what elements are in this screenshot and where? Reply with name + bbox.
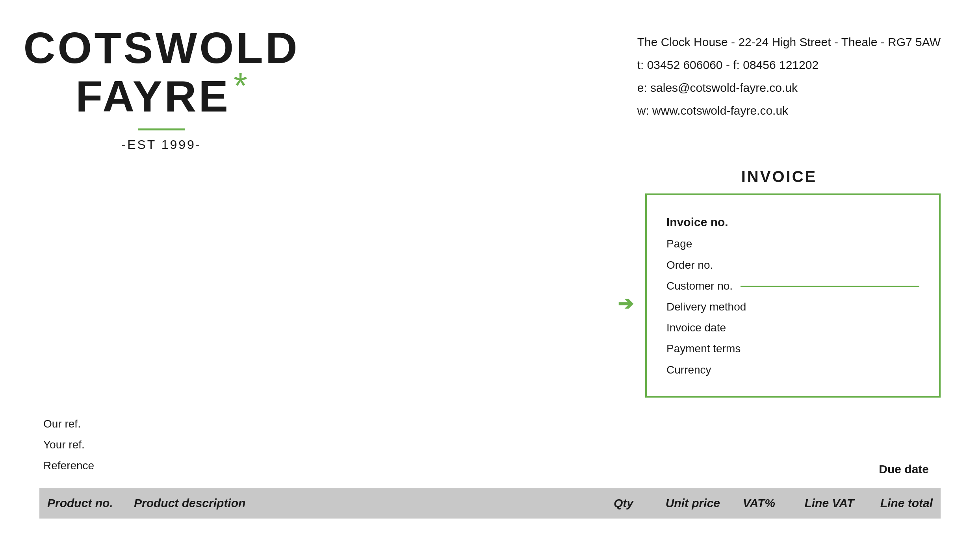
- col-product-no-header: Product no.: [47, 496, 134, 510]
- reference-section: Our ref. Your ref. Reference Due date: [39, 413, 941, 476]
- col-product-desc-header: Product description: [134, 496, 562, 510]
- delivery-method-label: Delivery method: [666, 296, 919, 317]
- col-line-total-header: Line total: [854, 496, 933, 510]
- table-header: Product no. Product description Qty Unit…: [39, 488, 941, 519]
- arrow-right-icon: ➔: [618, 292, 633, 314]
- contact-address: The Clock House - 22-24 High Street - Th…: [637, 32, 941, 53]
- logo-fayre-row: FAYRE *: [23, 72, 299, 121]
- reference-label: Reference: [43, 455, 94, 476]
- invoice-page: COTSWOLD FAYRE * -EST 1999- The Clock Ho…: [0, 0, 980, 554]
- due-date-label: Due date: [879, 463, 937, 476]
- contact-email: e: sales@cotswold-fayre.co.uk: [637, 77, 941, 99]
- contact-phone: t: 03452 606060 - f: 08456 121202: [637, 54, 941, 76]
- order-no-label: Order no.: [666, 255, 919, 275]
- payment-terms-label: Payment terms: [666, 338, 919, 359]
- currency-label: Currency: [666, 359, 919, 380]
- invoice-box-wrapper: ➔ Invoice no. Page Order no. Customer no…: [618, 193, 941, 397]
- your-ref-label: Your ref.: [43, 434, 94, 455]
- customer-no-row: Customer no.: [666, 275, 919, 296]
- col-qty-header: Qty: [562, 496, 633, 510]
- our-ref-label: Our ref.: [43, 413, 94, 434]
- invoice-area: INVOICE ➔ Invoice no. Page Order no. Cus…: [39, 168, 941, 397]
- header-section: COTSWOLD FAYRE * -EST 1999- The Clock Ho…: [39, 24, 941, 152]
- col-unit-price-header: Unit price: [633, 496, 720, 510]
- logo-section: COTSWOLD FAYRE * -EST 1999-: [39, 24, 284, 152]
- invoice-no-label: Invoice no.: [666, 211, 919, 233]
- col-line-vat-header: Line VAT: [775, 496, 854, 510]
- logo-asterisk-icon: *: [234, 68, 247, 104]
- invoice-box: Invoice no. Page Order no. Customer no. …: [645, 193, 941, 397]
- invoice-right: INVOICE ➔ Invoice no. Page Order no. Cus…: [618, 168, 941, 397]
- invoice-date-label: Invoice date: [666, 317, 919, 338]
- logo-fayre-text: FAYRE: [76, 72, 230, 121]
- customer-no-label: Customer no.: [666, 275, 733, 296]
- logo-divider: [138, 128, 185, 130]
- col-vat-header: VAT%: [720, 496, 775, 510]
- logo-title: COTSWOLD FAYRE *: [23, 24, 299, 121]
- ref-left: Our ref. Your ref. Reference: [43, 413, 94, 476]
- customer-underline: [741, 286, 919, 287]
- contact-web: w: www.cotswold-fayre.co.uk: [637, 100, 941, 121]
- page-label: Page: [666, 233, 919, 254]
- arrow-container: ➔: [618, 277, 633, 314]
- contact-section: The Clock House - 22-24 High Street - Th…: [637, 24, 941, 123]
- invoice-title: INVOICE: [618, 168, 941, 186]
- logo-cotswold-text: COTSWOLD: [23, 24, 299, 72]
- logo-est-text: -EST 1999-: [121, 138, 201, 152]
